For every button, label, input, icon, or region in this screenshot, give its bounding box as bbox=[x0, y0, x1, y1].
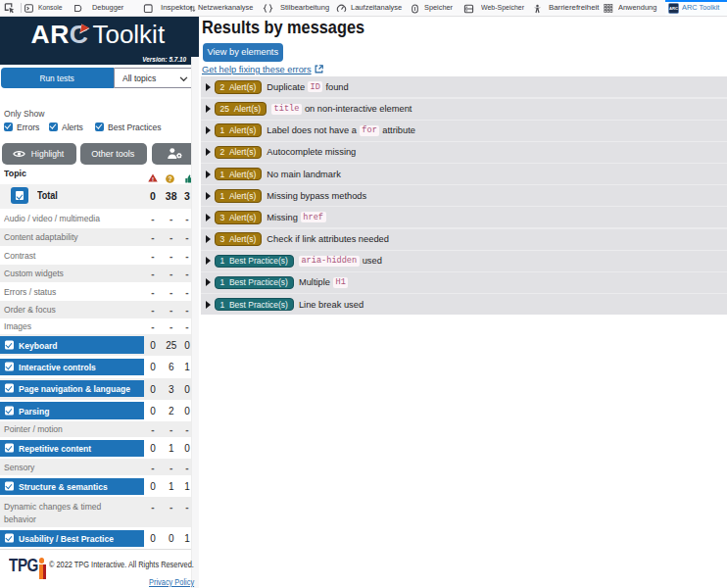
svg-text:?: ? bbox=[168, 175, 171, 182]
svg-text:!: ! bbox=[152, 176, 154, 182]
svg-text:ARC: ARC bbox=[669, 6, 678, 11]
